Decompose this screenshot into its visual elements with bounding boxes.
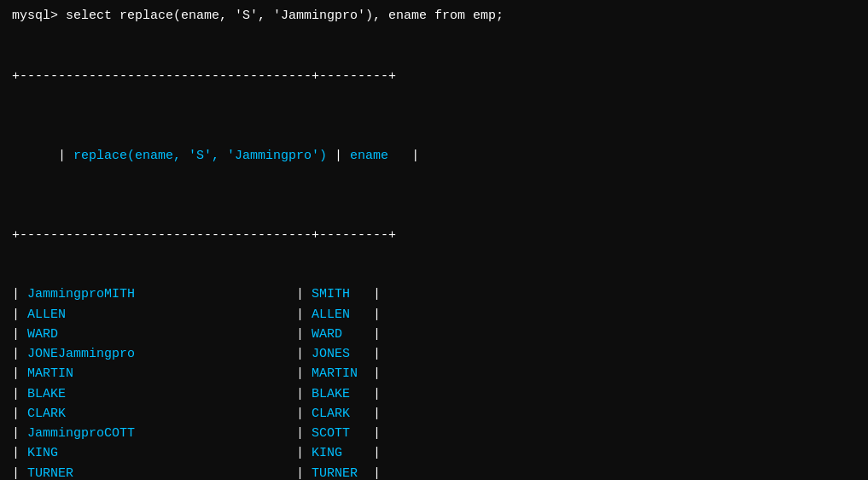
table-row: | MARTIN | MARTIN | xyxy=(12,364,856,383)
table-rows: | JammingproMITH | SMITH || ALLEN | ALLE… xyxy=(12,284,856,480)
table-row: | BLAKE | BLAKE | xyxy=(12,384,856,404)
table-row: | ALLEN | ALLEN | xyxy=(12,305,856,325)
separator-mid: +--------------------------------------+… xyxy=(12,225,856,245)
table-container: +--------------------------------------+… xyxy=(12,26,856,480)
table-row: | JONEJammingpro | JONES | xyxy=(12,344,856,364)
separator-top: +--------------------------------------+… xyxy=(12,67,856,86)
terminal: mysql> select replace(ename, 'S', 'Jammi… xyxy=(12,9,856,471)
table-row: | WARD | WARD | xyxy=(12,325,856,344)
table-header: | replace(ename, 'S', 'Jammingpro') | en… xyxy=(12,126,856,185)
table-row: | KING | KING | xyxy=(12,443,856,463)
table-row: | TURNER | TURNER | xyxy=(12,464,856,481)
query-line: mysql> select replace(ename, 'S', 'Jammi… xyxy=(12,9,856,23)
table-row: | CLARK | CLARK | xyxy=(12,404,856,424)
table-row: | JammingproMITH | SMITH | xyxy=(12,284,856,304)
table-row: | JammingproCOTT | SCOTT | xyxy=(12,424,856,443)
